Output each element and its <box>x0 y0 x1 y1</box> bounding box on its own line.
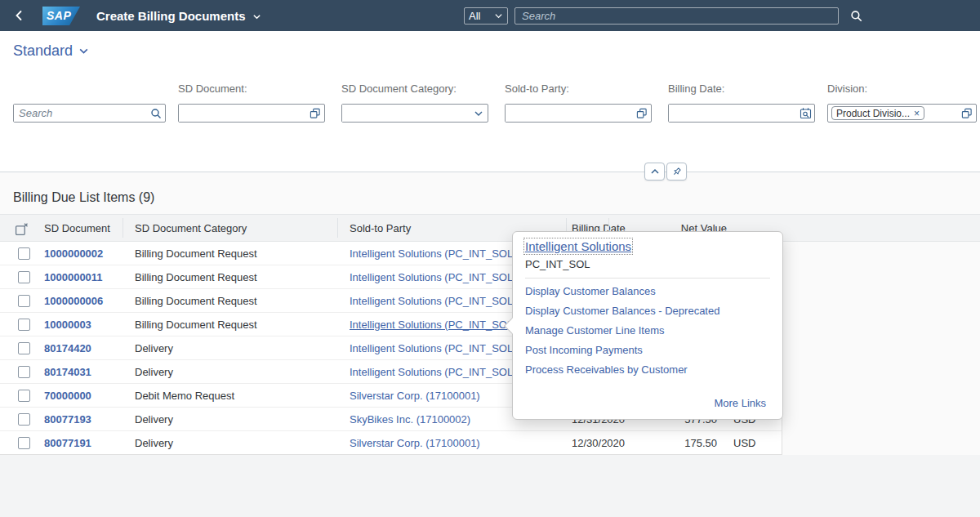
search-scope-value: All <box>469 10 480 22</box>
sd-document-category-cell: Billing Document Request <box>135 242 257 265</box>
app-title-menu[interactable]: Create Billing Documents <box>96 0 261 31</box>
quickview-link[interactable]: Display Customer Balances <box>525 285 656 297</box>
sd-document-link[interactable]: 1000000006 <box>44 289 103 313</box>
filter-field-billing-date <box>668 104 815 123</box>
row-checkbox[interactable] <box>18 342 30 354</box>
sd-document-link[interactable]: 80174420 <box>44 336 91 360</box>
variant-name: Standard <box>13 42 73 60</box>
row-checkbox[interactable] <box>18 271 30 283</box>
collapse-header-button[interactable] <box>644 163 665 181</box>
pin-icon <box>671 167 682 177</box>
row-checkbox[interactable] <box>18 390 30 402</box>
content-background <box>0 455 980 517</box>
chevron-down-icon <box>78 46 89 56</box>
row-checkbox[interactable] <box>18 319 30 331</box>
value-help-icon[interactable] <box>958 105 976 122</box>
search-scope-select[interactable]: All <box>464 7 508 25</box>
sold-to-party-link[interactable]: Intelligent Solutions (PC_INT_SOL) <box>350 289 516 313</box>
filter-field-sd-document <box>178 104 325 123</box>
sd-document-link[interactable]: 80077191 <box>44 431 91 455</box>
page-title: Create Billing Documents <box>96 9 246 23</box>
more-links-button[interactable]: More Links <box>714 397 766 409</box>
sd-document-link[interactable]: 70000000 <box>44 384 91 408</box>
column-header-sold-to-party[interactable]: Sold-to Party <box>350 215 411 241</box>
net-value-cell: 175.50 <box>611 431 717 455</box>
app-window: SAP Create Billing Documents All Standar… <box>0 0 980 517</box>
search-icon[interactable] <box>147 105 165 122</box>
sd-document-link[interactable]: 80077193 <box>44 408 91 431</box>
page-content: Billing Due List Items (9) SD Document S… <box>0 172 980 517</box>
pin-header-button[interactable] <box>666 163 687 181</box>
shell-header: SAP Create Billing Documents All <box>0 0 980 31</box>
table-row[interactable]: 80077191 Delivery Silverstar Corp. (1710… <box>0 431 782 455</box>
filter-label-billing-date: Billing Date: <box>668 82 724 95</box>
quickview-subtitle: PC_INT_SOL <box>525 258 590 270</box>
row-checkbox[interactable] <box>18 366 30 378</box>
sd-document-category-cell: Delivery <box>135 431 173 455</box>
sd-document-link[interactable]: 1000000011 <box>44 265 103 289</box>
date-picker-icon[interactable] <box>796 105 814 122</box>
sold-to-party-link[interactable]: Intelligent Solutions (PC_INT_SOL) <box>350 265 516 289</box>
quickview-link[interactable]: Post Incoming Payments <box>525 344 643 356</box>
value-help-icon[interactable] <box>306 105 324 122</box>
sold-to-party-link-active[interactable]: Intelligent Solutions (PC_INT_SOL) <box>350 313 516 336</box>
chevron-down-icon <box>494 11 503 20</box>
row-checkbox[interactable] <box>18 413 30 426</box>
search-icon <box>850 10 862 22</box>
quickview-title-link[interactable]: Intelligent Solutions <box>525 239 631 253</box>
sold-to-party-link[interactable]: Intelligent Solutions (PC_INT_SOL) <box>350 242 516 265</box>
shell-search-button[interactable] <box>846 7 866 25</box>
deselect-all-icon <box>15 222 29 236</box>
quickview-link[interactable]: Manage Customer Line Items <box>525 324 665 336</box>
column-header-sd-document-category[interactable]: SD Document Category <box>135 215 247 241</box>
row-checkbox[interactable] <box>18 437 30 449</box>
chevron-down-icon[interactable] <box>470 105 488 122</box>
quickview-link[interactable]: Process Receivables by Customer <box>525 363 688 376</box>
division-token[interactable]: Product Divisio... × <box>831 106 924 120</box>
sold-to-party-link[interactable]: SkyBikes Inc. (17100002) <box>350 408 470 431</box>
row-checkbox[interactable] <box>18 247 30 260</box>
sold-to-party-link[interactable]: Intelligent Solutions (PC_INT_SOL) <box>350 360 516 384</box>
sap-logo: SAP <box>42 7 80 25</box>
sd-document-category-cell: Delivery <box>135 408 173 431</box>
variant-selector[interactable]: Standard <box>13 42 89 60</box>
filter-label-sd-document: SD Document: <box>178 82 247 95</box>
filter-field-sd-document-category[interactable] <box>341 104 488 123</box>
token-remove-icon[interactable]: × <box>914 109 920 118</box>
back-icon <box>13 10 24 21</box>
sd-document-category-input[interactable] <box>342 105 470 122</box>
filter-label-division: Division: <box>827 82 867 95</box>
quickview-link[interactable]: Display Customer Balances - Deprecated <box>525 305 719 317</box>
table-title: Billing Due List Items (9) <box>13 190 154 205</box>
column-separator <box>337 218 338 238</box>
filter-search-field <box>13 104 166 123</box>
table-header-row: SD Document SD Document Category Sold-to… <box>0 214 980 242</box>
sd-document-input[interactable] <box>179 105 306 122</box>
sd-document-link[interactable]: 1000000002 <box>44 242 103 265</box>
sd-document-category-cell: Billing Document Request <box>135 289 257 313</box>
sd-document-link[interactable]: 80174031 <box>44 360 91 384</box>
sd-document-category-cell: Billing Document Request <box>135 313 257 336</box>
shell-search-input[interactable] <box>515 8 838 24</box>
sd-document-category-cell: Delivery <box>135 336 173 360</box>
filter-search-input[interactable] <box>14 105 147 122</box>
sap-logo-text: SAP <box>47 9 71 22</box>
sold-to-party-input[interactable] <box>506 105 633 122</box>
deselect-all-button[interactable] <box>15 221 29 236</box>
sold-to-party-link[interactable]: Silverstar Corp. (17100001) <box>350 384 480 408</box>
value-help-icon[interactable] <box>633 105 651 122</box>
billing-date-input[interactable] <box>669 105 796 122</box>
sold-to-party-link[interactable]: Intelligent Solutions (PC_INT_SOL) <box>350 336 516 360</box>
sd-document-link[interactable]: 10000003 <box>44 313 91 336</box>
column-header-sd-document[interactable]: SD Document <box>44 215 110 241</box>
division-input[interactable] <box>924 105 958 122</box>
row-checkbox[interactable] <box>18 295 30 307</box>
shell-search-field <box>514 7 839 25</box>
filter-label-sold-to-party: Sold-to Party: <box>505 82 569 95</box>
sold-to-party-link[interactable]: Silverstar Corp. (17100001) <box>350 431 480 455</box>
back-button[interactable] <box>13 7 33 25</box>
chevron-up-icon <box>650 167 660 176</box>
sd-document-category-cell: Delivery <box>135 360 173 384</box>
column-separator <box>122 218 123 238</box>
quickview-popover: Intelligent Solutions PC_INT_SOL Display… <box>512 231 783 420</box>
